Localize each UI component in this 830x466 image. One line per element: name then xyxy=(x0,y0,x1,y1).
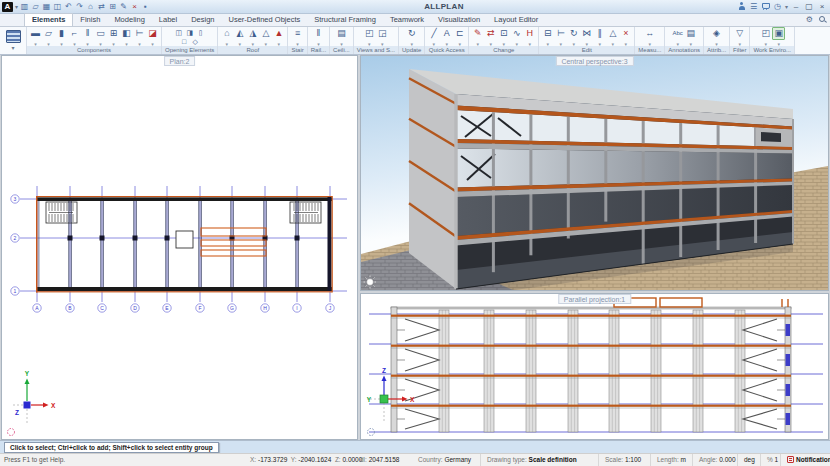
viewport-elevation[interactable]: Parallel projection:1 xyxy=(360,293,829,440)
swap-icon[interactable]: ⇄ xyxy=(97,1,106,13)
ceiling-icon[interactable]: ▤ xyxy=(335,27,348,46)
column-icon[interactable]: ▮ xyxy=(55,27,68,46)
convert-wall-icon[interactable]: ◧ xyxy=(120,27,133,46)
rotation-center-icon[interactable] xyxy=(8,429,15,436)
fence-select-icon[interactable]: ⊏ xyxy=(453,27,466,46)
resize-icon[interactable]: △ xyxy=(606,27,619,46)
viewport-plan-label[interactable]: Plan:2 xyxy=(164,56,196,66)
edit-pen-icon[interactable]: ✎ xyxy=(119,1,128,13)
annotation-sheet-icon[interactable]: ▤ xyxy=(684,27,697,46)
tab-teamwork[interactable]: Teamwork xyxy=(383,14,431,26)
modify-pen-icon[interactable]: ✎ xyxy=(471,27,484,46)
roof-frame-icon[interactable]: ◭ xyxy=(233,27,246,46)
tab-structural-framing[interactable]: Structural Framing xyxy=(307,14,383,26)
roof-covering-icon[interactable]: ▲ xyxy=(272,27,285,46)
group-change: ✎ ⇄ ⊡ ∿ H Change xyxy=(469,27,539,54)
duplicate-icon[interactable]: ⊟ xyxy=(541,27,554,46)
viewport-plan[interactable]: Plan:2 xyxy=(1,55,358,440)
downstand-beam-icon[interactable]: ⌐ xyxy=(68,27,81,46)
save-icon[interactable]: ▦ xyxy=(42,1,51,13)
polygonal-opening-icon[interactable]: ◇ xyxy=(190,37,201,46)
tab-label[interactable]: Label xyxy=(152,14,184,26)
shop-cart-icon[interactable] xyxy=(761,2,770,11)
section-icon[interactable]: ◲ xyxy=(376,27,389,46)
tab-design[interactable]: Design xyxy=(184,14,221,26)
scale-field[interactable]: Scale: 1:100 xyxy=(598,454,641,466)
view-icon[interactable]: ◰ xyxy=(363,27,376,46)
join-wall-icon[interactable]: ⊢ xyxy=(133,27,146,46)
double-wall-icon[interactable]: ‖ xyxy=(81,27,94,46)
angle-unit-field[interactable]: deg xyxy=(737,454,755,466)
undo-icon[interactable]: ↶ xyxy=(64,1,73,13)
task-list-icon[interactable]: ☰ xyxy=(749,1,758,13)
properties-palette-button[interactable]: ▾ xyxy=(0,27,27,54)
dormer-icon[interactable]: ◮ xyxy=(246,27,259,46)
tab-finish[interactable]: Finish xyxy=(73,14,107,26)
viewport-perspective-label[interactable]: Central perspective:3 xyxy=(555,56,633,66)
label-text-icon[interactable]: Abc xyxy=(671,27,684,46)
wizard-icon[interactable]: ⌂ xyxy=(86,1,95,13)
length-unit-field[interactable]: Length: m xyxy=(650,454,686,466)
niche-icon[interactable]: □ xyxy=(179,37,190,46)
edit-copy-icon[interactable]: ⊡ xyxy=(497,27,510,46)
update-icon[interactable]: ↻ xyxy=(405,27,418,46)
door-opening-icon[interactable]: ◨ xyxy=(184,28,195,37)
tab-layout-editor[interactable]: Layout Editor xyxy=(487,14,545,26)
layout-icon[interactable]: ◰ xyxy=(759,27,772,46)
history-clock-icon[interactable]: ◷ xyxy=(773,1,782,13)
search-icon[interactable] xyxy=(818,15,826,24)
window-opening-icon[interactable]: ◫ xyxy=(173,28,184,37)
drawing-type-field[interactable]: Drawing type: Scale definition xyxy=(480,454,577,466)
clock-dropdown-icon[interactable]: ▾ xyxy=(785,3,788,10)
attributes-icon[interactable]: ◈ xyxy=(710,27,723,46)
redo-icon[interactable]: ↷ xyxy=(75,1,84,13)
mesh-icon[interactable]: ⊞ xyxy=(107,27,120,46)
new-project-icon[interactable]: ▥ xyxy=(20,1,29,13)
mirror-icon[interactable]: ⋈ xyxy=(580,27,593,46)
customize-dot-icon[interactable]: ▪ xyxy=(141,1,150,13)
allplan-logo[interactable]: A xyxy=(2,2,13,12)
wall-icon[interactable]: ▬ xyxy=(29,27,42,46)
angle-field[interactable]: Angle: 0.000 xyxy=(692,454,736,466)
recess-icon[interactable]: ▯ xyxy=(195,28,206,37)
user-account-icon[interactable] xyxy=(738,2,746,11)
country-field[interactable]: Country: Germany xyxy=(418,454,471,466)
workspace-monitor-icon[interactable]: ▣ xyxy=(772,27,785,46)
tab-visualization[interactable]: Visualization xyxy=(431,14,487,26)
restore-button[interactable]: ▢ xyxy=(804,2,814,11)
railing-icon[interactable]: ‖ xyxy=(312,27,325,46)
minimize-button[interactable]: – xyxy=(791,2,801,11)
percent-field[interactable]: % 1 xyxy=(760,454,778,466)
viewport-elevation-label[interactable]: Parallel projection:1 xyxy=(558,294,631,304)
stair-icon[interactable]: ≡ xyxy=(291,27,304,46)
close-button[interactable]: × xyxy=(817,2,827,11)
notifications-button[interactable]: Notifications xyxy=(780,454,830,466)
steel-shape-icon[interactable]: H xyxy=(523,27,536,46)
tools-icon[interactable]: × xyxy=(130,1,139,13)
stretch-entities-icon[interactable]: ⇄ xyxy=(484,27,497,46)
open-project-icon[interactable]: ▱ xyxy=(31,1,40,13)
dialog-line[interactable]: Click to select; Ctrl+click to add; Shif… xyxy=(0,440,830,453)
viewport-perspective[interactable]: Central perspective:3 xyxy=(360,55,829,291)
settings-gear-icon[interactable]: ⚙ xyxy=(806,15,813,24)
tab-modeling[interactable]: Modeling xyxy=(107,14,151,26)
logo-dropdown-icon[interactable]: ▾ xyxy=(15,3,18,10)
line-icon[interactable]: ╱ xyxy=(427,27,440,46)
tab-user-defined-objects[interactable]: User-Defined Objects xyxy=(222,14,308,26)
measure-icon[interactable]: ↔ xyxy=(643,27,656,46)
delete-component-icon[interactable]: ◪ xyxy=(146,27,159,46)
foundation-icon[interactable]: ▭ xyxy=(94,27,107,46)
copy-icon[interactable]: ◫ xyxy=(53,1,62,13)
text-icon[interactable]: A xyxy=(440,27,453,46)
roof-surface-icon[interactable]: △ xyxy=(259,27,272,46)
offset-icon[interactable]: ⊢ xyxy=(554,27,567,46)
tab-elements[interactable]: Elements xyxy=(24,13,73,26)
filter-icon[interactable]: ▽ xyxy=(733,27,746,46)
roof-plane-icon[interactable]: ⌂ xyxy=(220,27,233,46)
align-icon[interactable]: ∥ xyxy=(593,27,606,46)
spline-edit-icon[interactable]: ∿ xyxy=(510,27,523,46)
grid-tools-icon[interactable]: ⊞ xyxy=(108,1,117,13)
slab-icon[interactable]: ▱ xyxy=(42,27,55,46)
rotate-icon[interactable]: ↻ xyxy=(567,27,580,46)
delete-icon[interactable]: × xyxy=(619,27,632,46)
